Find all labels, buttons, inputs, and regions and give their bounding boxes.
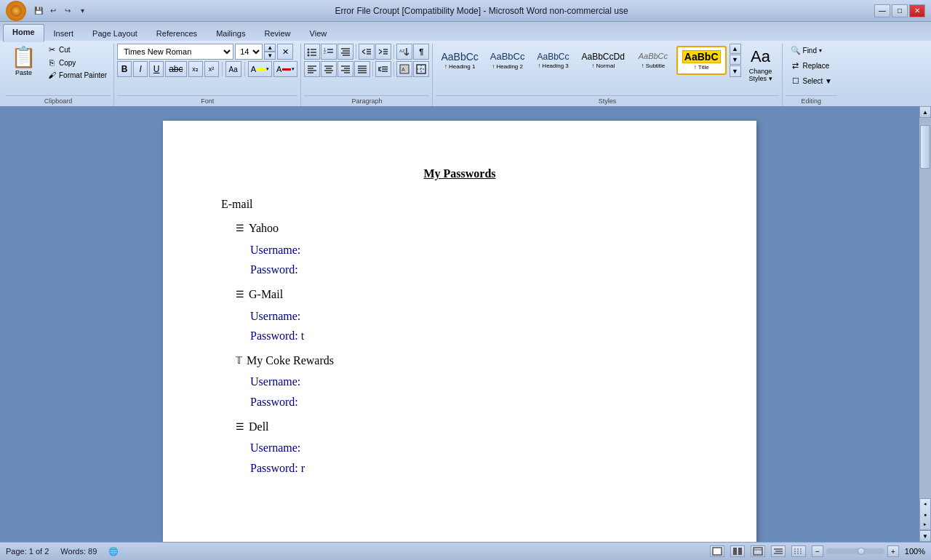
align-right-button[interactable] (337, 61, 353, 77)
window-title: Error File Croupt [Compatibility Mode] -… (89, 6, 874, 16)
format-painter-button[interactable]: 🖌 Format Painter (43, 69, 111, 81)
svg-point-3 (308, 52, 310, 54)
zoom-percent: 100% (905, 547, 925, 556)
word-count: Words: 89 (60, 547, 97, 556)
find-button[interactable]: 🔍 Find ▾ (786, 44, 837, 57)
strikethrough-button[interactable]: abc (165, 61, 186, 77)
change-styles-button[interactable]: Aa ChangeStyles ▾ (743, 44, 779, 86)
shading-button[interactable]: A (396, 61, 412, 77)
font-size-select[interactable]: 14 (235, 44, 263, 60)
line-spacing-button[interactable] (375, 61, 391, 77)
font-color-button[interactable]: A ▾ (273, 61, 297, 77)
gmail-icon: ☰ (236, 287, 244, 302)
italic-button[interactable]: I (133, 61, 148, 77)
print-layout-btn[interactable] (710, 545, 724, 557)
font-name-select[interactable]: Times New Roman (117, 44, 233, 60)
change-styles-icon: Aa (751, 47, 770, 66)
font-grow-button[interactable]: ▲ (264, 44, 276, 52)
style-heading3[interactable]: AaBbCc ↑ Heading 3 (531, 48, 575, 73)
redo-quick-btn[interactable]: ↪ (61, 4, 74, 17)
increase-indent-button[interactable] (375, 44, 391, 60)
style-heading2[interactable]: AaBbCc ↑ Heading 2 (485, 47, 530, 73)
vertical-scrollbar[interactable]: ▲ ◂ ● ▸ ▼ (919, 106, 931, 542)
cut-button[interactable]: ✂ Cut (43, 44, 111, 56)
justify-button[interactable] (354, 61, 370, 77)
style-subtitle[interactable]: AaBbCc ↑ Subtitle (631, 48, 675, 72)
underline-button[interactable]: U (149, 61, 164, 77)
highlight-label: A (251, 65, 256, 73)
tab-references[interactable]: References (147, 25, 207, 41)
borders-button[interactable] (413, 61, 429, 77)
numbering-button[interactable]: 1.2. (321, 44, 337, 60)
style-title-label: ↑ Title (694, 64, 709, 71)
change-case-button[interactable]: Aa (225, 61, 241, 77)
tab-insert[interactable]: Insert (44, 25, 84, 41)
clear-formatting-button[interactable]: ✕ (277, 44, 293, 60)
scroll-select-browse[interactable]: ● (920, 509, 930, 519)
maximize-button[interactable]: □ (892, 4, 908, 17)
scroll-mini-buttons: ◂ ● ▸ (919, 498, 931, 530)
multilevel-list-button[interactable] (337, 44, 353, 60)
customize-quick-btn[interactable]: ▾ (76, 4, 89, 17)
styles-more-btn[interactable]: ▼ (730, 65, 741, 77)
full-reading-btn[interactable] (730, 545, 745, 557)
tab-mailings[interactable]: Mailings (207, 25, 255, 41)
ribbon-content: 📋 Paste ✂ Cut ⎘ Copy 🖌 Format Painter Cl… (0, 41, 931, 106)
subscript-button[interactable]: x₂ (188, 61, 203, 77)
superscript-button[interactable]: x² (204, 61, 219, 77)
scroll-next-page[interactable]: ▸ (920, 519, 930, 529)
save-quick-btn[interactable]: 💾 (32, 4, 45, 17)
tab-review[interactable]: Review (255, 25, 300, 41)
draft-btn[interactable] (791, 545, 806, 557)
align-center-button[interactable] (321, 61, 337, 77)
align-left-button[interactable] (304, 61, 320, 77)
tab-view[interactable]: View (300, 25, 337, 41)
zoom-track[interactable] (826, 548, 884, 554)
styles-scroll-up[interactable]: ▲ (730, 44, 741, 54)
select-button[interactable]: ☐ Select ▼ (786, 74, 837, 88)
decrease-indent-button[interactable] (359, 44, 375, 60)
font-shrink-button[interactable]: ▼ (264, 52, 276, 60)
tab-page-layout[interactable]: Page Layout (83, 25, 147, 41)
document-page[interactable]: My Passwords E-mail ☰ Yahoo Username: Pa… (163, 121, 756, 542)
clipboard-group-content: 📋 Paste ✂ Cut ⎘ Copy 🖌 Format Painter (6, 44, 111, 94)
bold-button[interactable]: B (117, 61, 132, 77)
scroll-down-arrow[interactable]: ▼ (919, 530, 931, 542)
replace-icon: ⇄ (791, 61, 801, 71)
select-icon: ☐ (791, 76, 801, 86)
show-hide-button[interactable]: ¶ (413, 44, 429, 60)
paste-button[interactable]: 📋 Paste (6, 44, 41, 80)
style-heading1[interactable]: AaBbCc ↑ Heading 1 (436, 47, 483, 74)
undo-quick-btn[interactable]: ↩ (47, 4, 60, 17)
section-email: E-mail (221, 195, 698, 214)
tab-home[interactable]: Home (3, 24, 44, 42)
replace-label: Replace (803, 62, 830, 70)
paste-icon: 📋 (11, 47, 36, 68)
outline-btn[interactable] (771, 545, 786, 557)
style-normal[interactable]: AaBbCcDd ↑ Normal (576, 48, 629, 73)
scroll-thumb[interactable] (920, 125, 930, 169)
scroll-up-arrow[interactable]: ▲ (919, 106, 931, 118)
zoom-out-button[interactable]: − (812, 545, 823, 557)
language-icon: 🌐 (108, 547, 119, 556)
zoom-in-button[interactable]: + (887, 545, 899, 557)
close-button[interactable]: ✕ (909, 4, 925, 17)
bullets-button[interactable] (304, 44, 320, 60)
scroll-prev-page[interactable]: ◂ (920, 499, 930, 509)
highlight-color-button[interactable]: A ▾ (248, 61, 272, 77)
style-title[interactable]: AaBbC ↑ Title (676, 46, 727, 76)
styles-scroll-down[interactable]: ▼ (730, 55, 741, 65)
copy-button[interactable]: ⎘ Copy (43, 57, 111, 68)
scroll-track[interactable] (919, 118, 931, 498)
document-area: ▲ ◂ ● ▸ ▼ My Passwords E-mail ☰ Yahoo Us… (0, 106, 931, 542)
para-row2: A (304, 61, 429, 77)
subheading-gmail: ☰ G-Mail (236, 285, 698, 304)
web-layout-btn[interactable] (751, 545, 765, 557)
format-painter-icon: 🖌 (47, 71, 57, 79)
sort-button[interactable]: AZ (396, 44, 412, 60)
office-button[interactable] (6, 1, 26, 21)
minimize-button[interactable]: — (874, 4, 890, 17)
zoom-thumb (858, 548, 865, 555)
subheading-coke: 𝕋 My Coke Rewards (236, 351, 698, 370)
replace-button[interactable]: ⇄ Replace (786, 59, 837, 73)
